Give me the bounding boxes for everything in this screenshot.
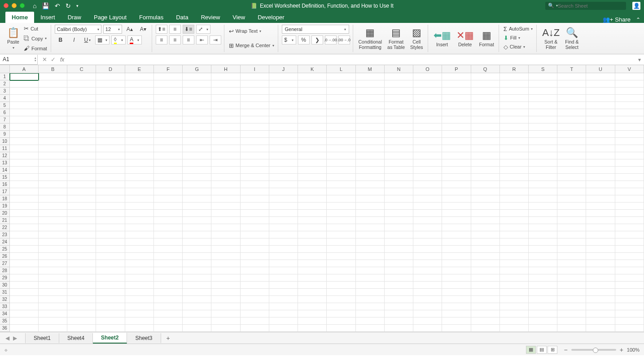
grid-cell[interactable] (615, 131, 644, 138)
grid-cell[interactable] (67, 203, 96, 210)
grid-cell[interactable] (586, 102, 615, 109)
search-sheet-box[interactable]: 🔍 ▾ (545, 2, 626, 10)
grid-cell[interactable] (39, 296, 67, 303)
redo-icon[interactable]: ↻ (66, 2, 71, 9)
grid-cell[interactable] (413, 181, 442, 188)
grid-cell[interactable] (413, 260, 442, 267)
grid-cell[interactable] (269, 109, 298, 116)
grid-cell[interactable] (10, 317, 39, 325)
grid-cell[interactable] (125, 203, 154, 210)
grid-cell[interactable] (356, 123, 385, 131)
formula-input[interactable] (67, 57, 635, 63)
grid-cell[interactable] (241, 95, 269, 102)
grid-cell[interactable] (211, 203, 240, 210)
grid-cell[interactable] (356, 131, 385, 138)
grid-cell[interactable] (96, 310, 125, 317)
grid-cell[interactable] (269, 88, 298, 95)
grid-cell[interactable] (39, 152, 67, 159)
grid-cell[interactable] (615, 296, 644, 303)
align-center-button[interactable]: ≡ (169, 35, 181, 44)
grid-cell[interactable] (586, 159, 615, 167)
grid-cell[interactable] (125, 174, 154, 181)
row-header[interactable]: 28 (0, 267, 10, 274)
grid-cell[interactable] (298, 102, 327, 109)
grid-cell[interactable] (298, 123, 327, 131)
cancel-formula-icon[interactable]: ✕ (42, 56, 47, 63)
grid-cell[interactable] (211, 282, 240, 289)
grid-cell[interactable] (529, 116, 557, 123)
grid-cell[interactable] (269, 95, 298, 102)
grid-cell[interactable] (500, 224, 529, 231)
grid-cell[interactable] (10, 231, 39, 238)
grid-cell[interactable] (154, 152, 183, 159)
grid-cell[interactable] (183, 231, 211, 238)
grid-cell[interactable] (211, 274, 240, 282)
grid-cell[interactable] (39, 188, 67, 195)
grid-cell[interactable] (269, 282, 298, 289)
grid-cell[interactable] (154, 109, 183, 116)
grid-cell[interactable] (442, 95, 471, 102)
grid-cell[interactable] (442, 152, 471, 159)
grid-cell[interactable] (615, 253, 644, 260)
grid-cell[interactable] (615, 188, 644, 195)
grid-cell[interactable] (211, 131, 240, 138)
grid-cell[interactable] (442, 317, 471, 325)
grid-cell[interactable] (529, 282, 557, 289)
grid-cell[interactable] (442, 174, 471, 181)
grid-cell[interactable] (471, 109, 500, 116)
column-header[interactable]: P (442, 65, 471, 73)
grid-cell[interactable] (385, 80, 413, 88)
grid-cell[interactable] (211, 246, 240, 253)
row-header[interactable]: 9 (0, 131, 10, 138)
grid-cell[interactable] (269, 138, 298, 145)
grid-cell[interactable] (211, 267, 240, 274)
grid-cell[interactable] (442, 217, 471, 224)
grid-cell[interactable] (39, 181, 67, 188)
grid-cell[interactable] (500, 102, 529, 109)
grid-cell[interactable] (557, 195, 586, 203)
grid-cell[interactable] (586, 253, 615, 260)
grid-cell[interactable] (183, 167, 211, 174)
grid-cell[interactable] (442, 88, 471, 95)
grid-cell[interactable] (154, 325, 183, 332)
column-header[interactable]: E (125, 65, 154, 73)
column-header[interactable]: T (557, 65, 586, 73)
grid-cell[interactable] (615, 167, 644, 174)
grid-cell[interactable] (183, 73, 211, 80)
grid-cell[interactable] (413, 123, 442, 131)
sort-filter-button[interactable]: A↓ZSort & Filter (540, 26, 561, 51)
grid-cell[interactable] (241, 274, 269, 282)
grid-cell[interactable] (385, 167, 413, 174)
grid-cell[interactable] (557, 325, 586, 332)
grid-cell[interactable] (183, 253, 211, 260)
grid-cell[interactable] (211, 152, 240, 159)
zoom-in-button[interactable]: + (620, 346, 623, 353)
grid-cell[interactable] (586, 174, 615, 181)
grid-cell[interactable] (96, 246, 125, 253)
percent-button[interactable]: % (298, 35, 310, 44)
grid-cell[interactable] (529, 88, 557, 95)
grid-cell[interactable] (241, 123, 269, 131)
grid-cell[interactable] (298, 145, 327, 152)
grid-cell[interactable] (67, 188, 96, 195)
grid-cell[interactable] (269, 217, 298, 224)
grid-cell[interactable] (67, 253, 96, 260)
grid-cell[interactable] (241, 282, 269, 289)
grid-cell[interactable] (471, 131, 500, 138)
grid-cell[interactable] (529, 231, 557, 238)
grid-cell[interactable] (125, 238, 154, 246)
grid-cell[interactable] (586, 246, 615, 253)
grid-cell[interactable] (442, 296, 471, 303)
grid-cell[interactable] (183, 95, 211, 102)
grid-cell[interactable] (500, 260, 529, 267)
grid-cell[interactable] (154, 253, 183, 260)
grid-cell[interactable] (125, 274, 154, 282)
grid-cell[interactable] (413, 80, 442, 88)
increase-indent-button[interactable]: ⇥ (210, 35, 221, 44)
grid-cell[interactable] (67, 231, 96, 238)
row-header[interactable]: 2 (0, 80, 10, 88)
grid-cell[interactable] (471, 116, 500, 123)
grid-cell[interactable] (557, 109, 586, 116)
grid-cell[interactable] (615, 246, 644, 253)
grid-cell[interactable] (413, 116, 442, 123)
